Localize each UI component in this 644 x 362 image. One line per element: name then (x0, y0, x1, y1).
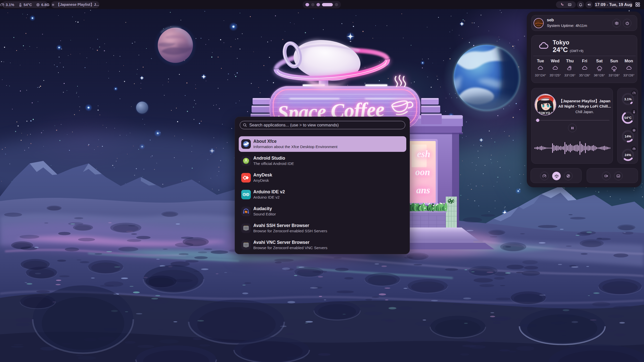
svg-text:ans: ans (416, 185, 430, 195)
svg-text:TOKYO L: TOKYO L (539, 111, 553, 115)
svg-text:oon: oon (415, 167, 430, 177)
svg-text:esh: esh (417, 149, 430, 159)
